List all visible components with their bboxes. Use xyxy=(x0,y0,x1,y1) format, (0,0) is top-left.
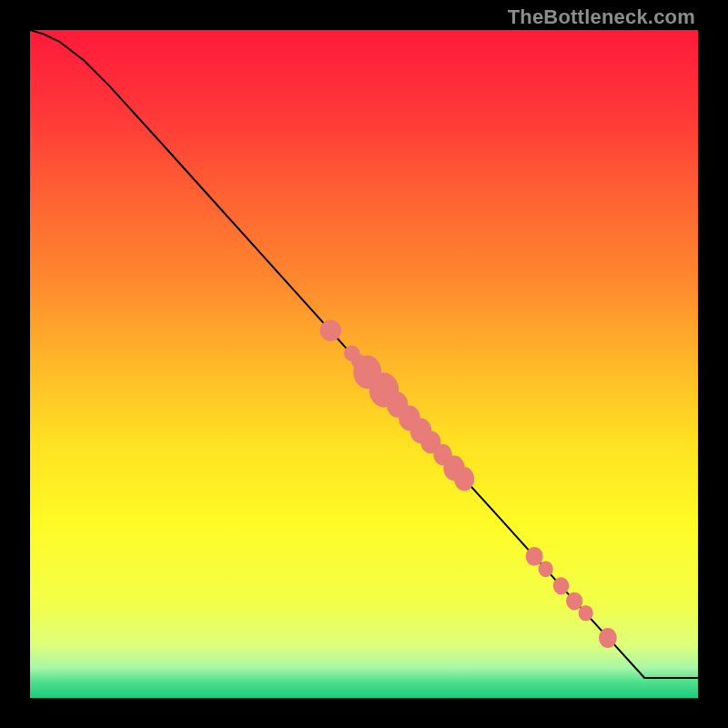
data-marker xyxy=(454,467,474,490)
chart-svg xyxy=(30,30,698,698)
data-marker xyxy=(320,320,341,341)
watermark-label: TheBottleneck.com xyxy=(508,5,695,29)
data-marker xyxy=(539,561,553,578)
data-marker xyxy=(553,577,570,594)
data-marker xyxy=(579,605,593,622)
data-marker xyxy=(599,628,617,648)
chart-stage: TheBottleneck.com xyxy=(0,0,728,728)
plot-area xyxy=(30,30,698,698)
